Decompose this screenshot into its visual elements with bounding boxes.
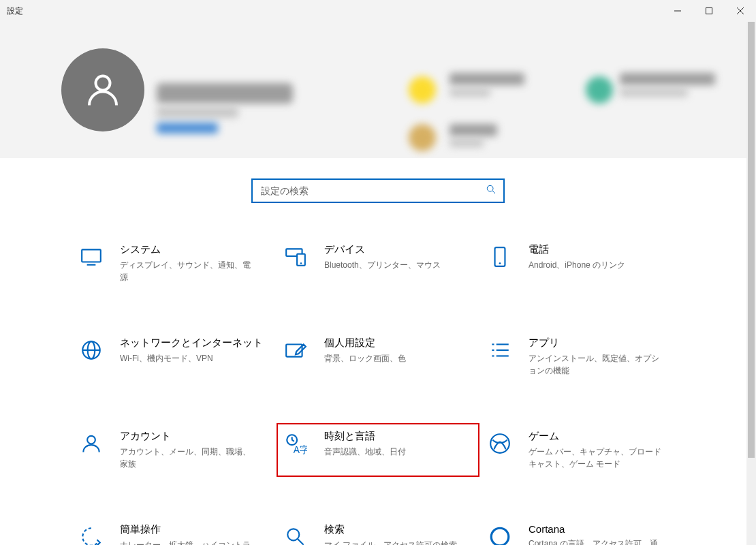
- person-icon: [82, 69, 123, 110]
- scrollbar-thumb[interactable]: [748, 22, 755, 458]
- tile-desc: Android、iPhone のリンク: [529, 259, 625, 271]
- cortana-icon: [486, 523, 514, 545]
- search-container: [0, 178, 756, 203]
- settings-window: 設定: [0, 0, 756, 545]
- tile-cortana[interactable]: Cortana Cortana の言語、アクセス許可、通知: [484, 520, 681, 545]
- tile-title: 時刻と言語: [324, 430, 406, 443]
- tile-title: アプリ: [529, 337, 665, 349]
- ease-of-access-icon: [78, 523, 105, 545]
- blurred-link: [157, 123, 218, 134]
- svg-rect-17: [286, 345, 302, 357]
- blurred-status-2a: [450, 124, 497, 136]
- apps-icon: [486, 337, 514, 364]
- search-input[interactable]: [259, 185, 486, 197]
- blurred-status-3b: [620, 89, 688, 97]
- tile-title: ゲーム: [529, 430, 665, 443]
- svg-text:A字: A字: [294, 444, 307, 455]
- tile-desc: Bluetooth、プリンター、マウス: [324, 259, 441, 271]
- tile-desc: アカウント、メール、同期、職場、家族: [120, 446, 256, 470]
- svg-line-27: [292, 440, 294, 441]
- tile-desc: Wi-Fi、機内モード、VPN: [120, 352, 256, 364]
- tile-desc: ナレーター、拡大鏡、ハイコントラスト: [120, 539, 256, 545]
- network-icon: [78, 337, 105, 364]
- blurred-subtext: [157, 107, 238, 118]
- svg-point-30: [287, 529, 299, 540]
- svg-rect-1: [706, 8, 712, 14]
- svg-line-31: [298, 539, 304, 545]
- tile-desc: ディスプレイ、サウンド、通知、電源: [120, 259, 256, 283]
- tile-personalization[interactable]: 個人用設定 背景、ロック画面、色: [279, 334, 477, 379]
- tile-title: 検索: [324, 523, 457, 536]
- svg-point-13: [499, 262, 501, 264]
- tile-accounts[interactable]: アカウント アカウント、メール、同期、職場、家族: [75, 427, 272, 473]
- window-controls: [662, 0, 756, 22]
- tile-title: 個人用設定: [324, 337, 406, 349]
- settings-grid: システム ディスプレイ、サウンド、通知、電源 デバイス Bluetooth、プリ…: [75, 240, 681, 545]
- svg-point-24: [87, 436, 95, 444]
- svg-point-32: [491, 528, 509, 545]
- tile-title: Cortana: [529, 523, 665, 535]
- blurred-status-1b: [450, 89, 490, 97]
- tile-title: ネットワークとインターネット: [120, 337, 263, 349]
- minimize-button[interactable]: [662, 0, 693, 22]
- blurred-status-1a: [450, 73, 524, 85]
- blurred-status-icon-1: [409, 76, 436, 104]
- tile-apps[interactable]: アプリ アンインストール、既定値、オプションの機能: [484, 334, 681, 379]
- accounts-icon: [78, 430, 105, 457]
- tile-system[interactable]: システム ディスプレイ、サウンド、通知、電源: [75, 240, 272, 286]
- tile-devices[interactable]: デバイス Bluetooth、プリンター、マウス: [279, 240, 477, 286]
- svg-point-4: [96, 76, 110, 91]
- blurred-status-2b: [450, 139, 484, 147]
- tile-ease-of-access[interactable]: 簡単操作 ナレーター、拡大鏡、ハイコントラスト: [75, 520, 272, 545]
- tile-search[interactable]: 検索 マイ ファイル、アクセス許可の検索: [279, 520, 477, 545]
- user-header: [0, 22, 756, 158]
- close-icon: [737, 7, 744, 14]
- tile-title: システム: [120, 243, 256, 256]
- devices-icon: [282, 243, 309, 270]
- maximize-icon: [706, 7, 712, 14]
- time-language-icon: A字: [282, 430, 309, 457]
- blurred-status-icon-3: [586, 76, 613, 104]
- tile-desc: アンインストール、既定値、オプションの機能: [529, 352, 665, 377]
- blurred-status-3a: [620, 73, 715, 85]
- svg-point-5: [487, 185, 493, 191]
- tile-title: アカウント: [120, 430, 256, 443]
- svg-rect-7: [82, 249, 101, 262]
- blurred-username: [157, 83, 293, 104]
- system-icon: [78, 243, 105, 270]
- tile-network[interactable]: ネットワークとインターネット Wi-Fi、機内モード、VPN: [75, 334, 272, 379]
- tile-time-language[interactable]: A字 時刻と言語 音声認識、地域、日付: [279, 427, 477, 473]
- tile-title: 簡単操作: [120, 523, 256, 536]
- user-avatar[interactable]: [61, 48, 144, 131]
- tile-gaming[interactable]: ゲーム ゲーム バー、キャプチャ、ブロードキャスト、ゲーム モード: [484, 427, 681, 473]
- close-button[interactable]: [725, 0, 756, 22]
- personalization-icon: [282, 337, 309, 364]
- tile-title: 電話: [529, 243, 625, 256]
- tile-desc: ゲーム バー、キャプチャ、ブロードキャスト、ゲーム モード: [529, 446, 665, 470]
- tile-desc: 音声認識、地域、日付: [324, 446, 406, 458]
- tile-desc: マイ ファイル、アクセス許可の検索: [324, 539, 457, 545]
- tile-desc: Cortana の言語、アクセス許可、通知: [529, 538, 665, 545]
- search-icon: [486, 184, 497, 198]
- blurred-status-icon-2: [409, 124, 436, 151]
- vertical-scrollbar[interactable]: [746, 22, 756, 545]
- tile-desc: 背景、ロック画面、色: [324, 352, 406, 364]
- tile-title: デバイス: [324, 243, 441, 256]
- minimize-icon: [674, 7, 681, 14]
- gaming-icon: [486, 430, 514, 457]
- svg-point-11: [300, 262, 302, 264]
- search-category-icon: [282, 523, 309, 545]
- phone-icon: [486, 243, 514, 270]
- titlebar: 設定: [0, 0, 756, 22]
- svg-line-6: [492, 191, 495, 193]
- window-title: 設定: [7, 5, 23, 17]
- tile-phone[interactable]: 電話 Android、iPhone のリンク: [484, 240, 681, 286]
- maximize-button[interactable]: [693, 0, 725, 22]
- search-box[interactable]: [251, 178, 505, 203]
